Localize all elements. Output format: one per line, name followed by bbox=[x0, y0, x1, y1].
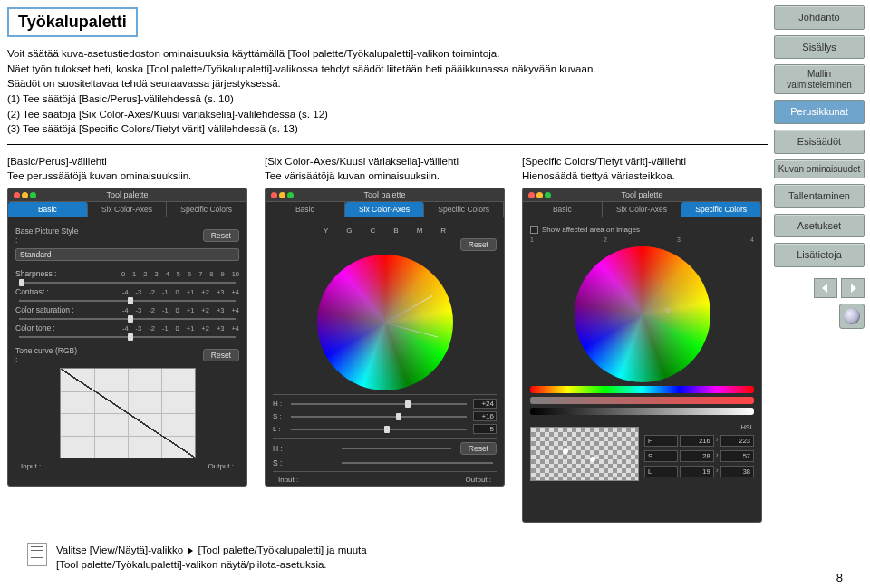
note-line: [Tool palette/Työkalupaletti]-valikon nä… bbox=[56, 559, 327, 570]
checkbox-show-affected[interactable] bbox=[530, 226, 538, 234]
palette-basic: Tool palette Basic Six Color-Axes Specif… bbox=[7, 188, 247, 487]
col-heading: [Six Color-Axes/Kuusi väriakselia]-välil… bbox=[265, 154, 511, 169]
footer-note: Valitse [View/Näytä]-valikko [Tool palet… bbox=[27, 543, 662, 572]
col-sub: Tee perussäätöjä kuvan ominaisuuksiin. bbox=[7, 169, 254, 183]
intro-line: Voit säätää kuva-asetustiedoston ominais… bbox=[7, 46, 768, 62]
nav-perusikkunat[interactable]: Perusikkunat bbox=[774, 100, 865, 124]
reset-button[interactable]: Reset bbox=[460, 442, 497, 455]
color-wheel[interactable] bbox=[317, 255, 453, 390]
nav-lisatietoja[interactable]: Lisätietoja bbox=[774, 243, 865, 267]
slider-color-tone[interactable] bbox=[19, 336, 236, 338]
prev-page-button[interactable] bbox=[814, 278, 837, 298]
tab-basic[interactable]: Basic bbox=[266, 202, 345, 217]
slider-luminance-spectrum[interactable] bbox=[530, 408, 754, 415]
svg-marker-1 bbox=[851, 284, 856, 293]
palette-specific: Tool palette Basic Six Color-Axes Specif… bbox=[522, 188, 762, 523]
palette-window-title: Tool palette bbox=[106, 190, 148, 199]
slider-h[interactable] bbox=[291, 403, 467, 405]
column-basic: [Basic/Perus]-välilehti Tee perussäätöjä… bbox=[7, 154, 254, 523]
nav-esisaadot[interactable]: Esisäädöt bbox=[774, 130, 865, 154]
label-input: Input : bbox=[21, 462, 41, 470]
note-icon bbox=[27, 543, 47, 566]
reset-button[interactable]: Reset bbox=[203, 229, 239, 242]
tab-specific[interactable]: Specific Colors bbox=[167, 202, 246, 217]
reset-button[interactable]: Reset bbox=[460, 238, 497, 251]
globe-icon bbox=[844, 308, 860, 324]
label-color-saturation: Color saturation : bbox=[15, 305, 81, 314]
window-dots bbox=[271, 191, 295, 200]
label-s2: S : bbox=[273, 458, 338, 468]
window-dots bbox=[528, 191, 553, 200]
palette-window-title: Tool palette bbox=[621, 190, 662, 199]
reset-button[interactable]: Reset bbox=[203, 349, 239, 361]
palette-six: Tool palette Basic Six Color-Axes Specif… bbox=[265, 188, 505, 487]
hsl-header: HSL bbox=[644, 423, 754, 431]
label-show-affected: Show affected area on images bbox=[542, 226, 640, 234]
column-specific-colors: [Specific Colors/Tietyt värit]-välilehti… bbox=[522, 154, 768, 523]
intro-line: (1) Tee säätöjä [Basic/Perus]-välilehdes… bbox=[7, 92, 768, 107]
value-h: +24 bbox=[473, 399, 497, 409]
slider-contrast[interactable] bbox=[19, 300, 236, 302]
slider-hue-spectrum[interactable] bbox=[530, 386, 754, 393]
slider-saturation-spectrum[interactable] bbox=[530, 397, 754, 404]
nav-kuvan[interactable]: Kuvan ominaisuudet bbox=[774, 159, 865, 179]
tab-six[interactable]: Six Color-Axes bbox=[88, 202, 168, 217]
label-output: Output : bbox=[466, 476, 491, 484]
label-sharpness: Sharpness : bbox=[15, 269, 81, 278]
intro-line: (2) Tee säätöjä [Six Color-Axes/Kuusi vä… bbox=[7, 107, 768, 122]
svg-marker-0 bbox=[822, 284, 827, 293]
nav-mallin[interactable]: Mallin valmisteleminen bbox=[774, 64, 865, 94]
slider-s[interactable] bbox=[291, 416, 467, 418]
col-sub: Hienosäädä tiettyä väriasteikkoa. bbox=[522, 169, 768, 183]
col-heading: [Specific Colors/Tietyt värit]-välilehti bbox=[522, 154, 768, 169]
nav-sisallys[interactable]: Sisällys bbox=[774, 35, 865, 60]
column-six-color-axes: [Six Color-Axes/Kuusi väriakselia]-välil… bbox=[265, 154, 511, 523]
tone-curve-editor[interactable] bbox=[60, 368, 196, 458]
intro-line: Säädöt on suositeltavaa tehdä seuraavass… bbox=[7, 76, 768, 92]
preview-before-after[interactable] bbox=[530, 427, 639, 481]
label-tone-curve: Tone curve (RGB) : bbox=[15, 346, 81, 364]
nav-johdanto[interactable]: Johdanto bbox=[774, 5, 865, 30]
next-page-button[interactable] bbox=[841, 278, 865, 298]
window-dots bbox=[14, 191, 38, 200]
color-wheel-specific[interactable] bbox=[575, 246, 710, 382]
intro-line: Näet työn tulokset heti, koska [Tool pal… bbox=[7, 62, 768, 77]
tab-basic[interactable]: Basic bbox=[523, 202, 603, 217]
palette-tabs: Basic Six Color-Axes Specific Colors bbox=[8, 202, 246, 217]
page-title: Työkalupaletti bbox=[7, 7, 138, 37]
tab-specific[interactable]: Specific Colors bbox=[682, 202, 761, 217]
label-color-tone: Color tone : bbox=[15, 323, 81, 333]
label-h2: H : bbox=[273, 444, 338, 453]
palette-tabs: Basic Six Color-Axes Specific Colors bbox=[523, 202, 761, 217]
col-heading: [Basic/Perus]-välilehti bbox=[7, 154, 254, 169]
sidebar-nav: Johdanto Sisällys Mallin valmisteleminen… bbox=[774, 5, 865, 329]
slider-h2[interactable] bbox=[342, 448, 451, 449]
slider-sharpness[interactable] bbox=[19, 282, 236, 284]
tab-six[interactable]: Six Color-Axes bbox=[345, 202, 425, 217]
value-s: +16 bbox=[473, 411, 497, 421]
palette-window-title: Tool palette bbox=[363, 190, 405, 199]
label-output: Output : bbox=[208, 462, 234, 470]
label-contrast: Contrast : bbox=[15, 287, 81, 296]
label-base-picture-style: Base Picture Style : bbox=[15, 227, 81, 245]
back-button[interactable] bbox=[839, 304, 865, 329]
note-line: [Tool palette/Työkalupaletti] ja muuta bbox=[198, 545, 367, 555]
slider-color-saturation[interactable] bbox=[19, 318, 236, 320]
select-base-picture-style[interactable]: Standard bbox=[15, 248, 239, 261]
value-l: +5 bbox=[473, 424, 497, 434]
tab-six[interactable]: Six Color-Axes bbox=[603, 202, 682, 217]
intro-line: (3) Tee säätöjä [Specific Colors/Tietyt … bbox=[7, 121, 768, 137]
label-l: L : bbox=[273, 425, 287, 433]
col-sub: Tee värisäätöjä kuvan ominaisuuksiin. bbox=[265, 169, 511, 183]
tab-basic[interactable]: Basic bbox=[8, 202, 88, 217]
slider-l[interactable] bbox=[291, 429, 467, 430]
triangle-icon bbox=[188, 547, 193, 554]
slider-s2[interactable] bbox=[342, 462, 493, 464]
nav-asetukset[interactable]: Asetukset bbox=[774, 214, 865, 238]
label-input: Input : bbox=[278, 476, 298, 484]
tab-specific[interactable]: Specific Colors bbox=[424, 202, 504, 217]
divider bbox=[7, 144, 768, 145]
label-h: H : bbox=[273, 400, 287, 408]
page-number: 8 bbox=[836, 571, 843, 584]
nav-tallentaminen[interactable]: Tallentaminen bbox=[774, 184, 865, 208]
